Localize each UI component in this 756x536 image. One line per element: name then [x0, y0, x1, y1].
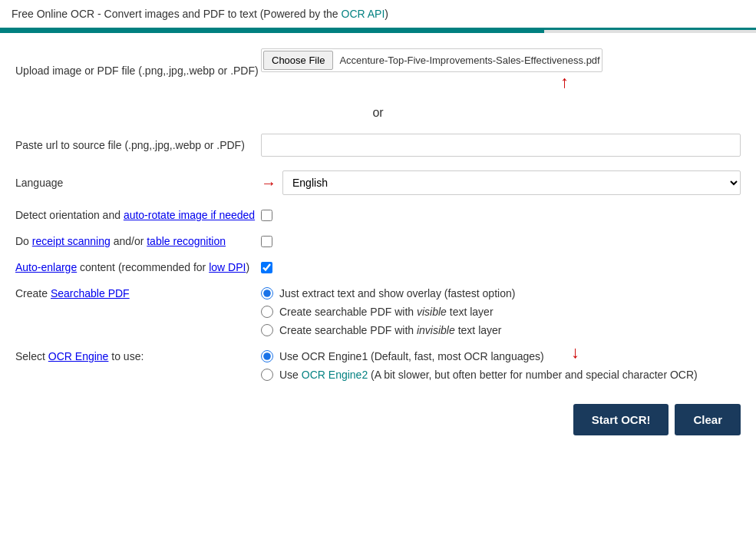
- language-select[interactable]: English: [282, 170, 741, 195]
- detect-orientation-row: Detect orientation and auto-rotate image…: [15, 209, 741, 221]
- url-input[interactable]: [261, 134, 741, 157]
- auto-enlarge-spacer: Auto-enlarge content (recommended for lo…: [15, 261, 261, 273]
- auto-enlarge-row: Auto-enlarge content (recommended for lo…: [15, 261, 741, 273]
- arrow-up-icon: ↑: [560, 72, 569, 92]
- pdf-option-2: Create searchable PDF with visible text …: [261, 306, 515, 318]
- pdf-option-2-label: Create searchable PDF with visible text …: [279, 306, 494, 318]
- bottom-section: ↓ Start OCR! Clear: [15, 404, 741, 443]
- language-arrow-icon: →: [261, 174, 276, 192]
- file-input-wrapper: Choose File Accenture-Top-Five-Improveme…: [261, 48, 602, 72]
- searchable-pdf-row: Create Searchable PDF Just extract text …: [15, 287, 741, 336]
- receipt-scanning-spacer: Do receipt scanning and/or table recogni…: [15, 235, 261, 247]
- engine-radio-2[interactable]: [261, 369, 273, 381]
- file-upload-section: Choose File Accenture-Top-Five-Improveme…: [261, 48, 602, 92]
- searchable-pdf-label: Create Searchable PDF: [15, 287, 261, 299]
- ocr-api-link[interactable]: OCR API: [342, 8, 385, 20]
- start-ocr-button[interactable]: Start OCR!: [573, 404, 669, 435]
- searchable-pdf-options: Just extract text and show overlay (fast…: [261, 287, 515, 336]
- auto-enlarge-label-after: ): [246, 261, 249, 273]
- url-row: Paste url to source file (.png,.jpg,.web…: [15, 134, 741, 157]
- ocr-engine-link[interactable]: OCR Engine: [48, 350, 109, 362]
- arrow-down-icon: ↓: [571, 342, 579, 362]
- receipt-scanning-link[interactable]: receipt scanning: [32, 235, 111, 247]
- engine-option-2: Use OCR Engine2 (A bit slower, but often…: [261, 369, 698, 381]
- ocr-engine-label-before: Select: [15, 350, 48, 362]
- ocr-engine-row: Select OCR Engine to use: Use OCR Engine…: [15, 350, 741, 381]
- file-name-display: Accenture-Top-Five-Improvements-Sales-Ef…: [339, 55, 599, 66]
- engine-option-1-label: Use OCR Engine1 (Default, fast, most OCR…: [279, 350, 544, 362]
- pdf-option-1: Just extract text and show overlay (fast…: [261, 287, 515, 299]
- receipt-scanning-row: Do receipt scanning and/or table recogni…: [15, 235, 741, 247]
- pdf-radio-3[interactable]: [261, 324, 273, 336]
- auto-enlarge-checkbox[interactable]: [261, 262, 272, 273]
- ocr-engine2-link[interactable]: OCR Engine2: [302, 369, 368, 381]
- arrow-up-container: ↑: [261, 72, 602, 92]
- detect-orientation-spacer: Detect orientation and auto-rotate image…: [15, 209, 261, 221]
- header-text-before: Free Online OCR - Convert images and PDF…: [12, 8, 342, 20]
- pdf-option-3: Create searchable PDF with invisible tex…: [261, 324, 515, 336]
- clear-button[interactable]: Clear: [675, 404, 741, 435]
- url-label: Paste url to source file (.png,.jpg,.web…: [15, 139, 261, 151]
- choose-file-button[interactable]: Choose File: [263, 51, 333, 70]
- pdf-radio-1[interactable]: [261, 287, 273, 299]
- pdf-invisible-italic: invisible: [417, 324, 455, 336]
- or-divider: or: [15, 106, 741, 120]
- bottom-buttons: Start OCR! Clear: [15, 404, 741, 443]
- language-label: Language: [15, 177, 261, 189]
- engine-option-1: Use OCR Engine1 (Default, fast, most OCR…: [261, 350, 698, 362]
- header-text-after: ): [385, 8, 388, 20]
- searchable-pdf-link[interactable]: Searchable PDF: [51, 287, 130, 299]
- ocr-engine-label-after: to use:: [108, 350, 144, 362]
- receipt-label-before: Do: [15, 235, 32, 247]
- page-header: Free Online OCR - Convert images and PDF…: [0, 0, 756, 30]
- receipt-scanning-checkbox[interactable]: [261, 236, 272, 247]
- upload-row: Upload image or PDF file (.png,.jpg,.web…: [15, 48, 741, 92]
- auto-enlarge-link[interactable]: Auto-enlarge: [15, 261, 77, 273]
- searchable-pdf-label-before: Create: [15, 287, 51, 299]
- detect-orientation-checkbox[interactable]: [261, 210, 272, 221]
- auto-enlarge-label-middle: content (recommended for: [77, 261, 209, 273]
- language-row: Language → English: [15, 170, 741, 195]
- engine-radio-1[interactable]: [261, 350, 273, 362]
- pdf-visible-italic: visible: [417, 306, 447, 318]
- pdf-radio-2[interactable]: [261, 306, 273, 318]
- pdf-option-3-label: Create searchable PDF with invisible tex…: [279, 324, 501, 336]
- ocr-engine-options: Use OCR Engine1 (Default, fast, most OCR…: [261, 350, 698, 381]
- ocr-engine-label: Select OCR Engine to use:: [15, 350, 261, 362]
- receipt-label-middle: and/or: [111, 235, 147, 247]
- auto-rotate-link[interactable]: auto-rotate image if needed: [124, 209, 255, 221]
- engine-option-2-label: Use OCR Engine2 (A bit slower, but often…: [279, 369, 698, 381]
- pdf-option-1-label: Just extract text and show overlay (fast…: [279, 287, 515, 299]
- upload-label: Upload image or PDF file (.png,.jpg,.web…: [15, 65, 261, 77]
- low-dpi-link[interactable]: low DPI: [209, 261, 246, 273]
- detect-orientation-label-before: Detect orientation and: [15, 209, 124, 221]
- table-recognition-link[interactable]: table recognition: [147, 235, 226, 247]
- main-content: Upload image or PDF file (.png,.jpg,.web…: [0, 33, 756, 458]
